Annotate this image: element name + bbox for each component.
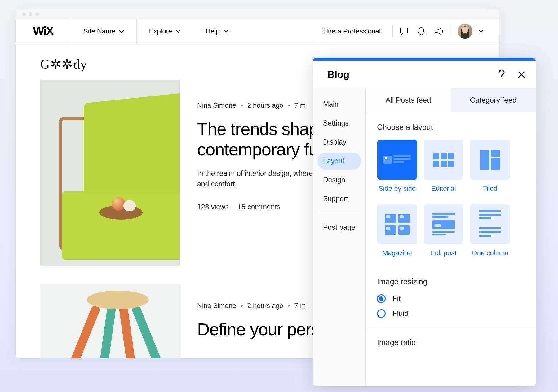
- layout-label: Side by side: [379, 185, 416, 193]
- window-chrome: [16, 9, 499, 19]
- sidebar-item-support[interactable]: Support: [318, 190, 361, 207]
- layout-label: One column: [472, 249, 509, 257]
- post-time: 2 hours ago: [247, 101, 283, 109]
- resize-heading: Image resizing: [377, 277, 525, 286]
- post-image[interactable]: [40, 284, 180, 358]
- megaphone-icon[interactable]: [430, 27, 447, 36]
- post-views: 128 views: [197, 203, 229, 211]
- sidebar-divider: [319, 213, 359, 213]
- post-author[interactable]: Nina Simone: [197, 101, 236, 109]
- post-readtime: 7 m: [294, 101, 306, 109]
- divider: [450, 25, 450, 38]
- help-icon[interactable]: [498, 70, 505, 79]
- radio-fit[interactable]: Fit: [377, 294, 525, 303]
- tab-all-posts[interactable]: All Posts feed: [366, 88, 451, 112]
- tab-category-feed[interactable]: Category feed: [451, 88, 536, 112]
- panel-title: Blog: [327, 69, 349, 80]
- post-time: 2 hours ago: [247, 302, 283, 310]
- meta-separator: •: [241, 302, 243, 310]
- panel-accent-bar: [313, 58, 536, 61]
- help-label: Help: [206, 27, 219, 35]
- feed-tabs: All Posts feed Category feed: [366, 88, 536, 112]
- post-comments[interactable]: 15 comments: [237, 203, 280, 211]
- layout-option-magazine[interactable]: Magazine: [377, 204, 417, 257]
- site-name-label: Site Name: [83, 27, 115, 35]
- layout-option-one-column[interactable]: One column: [470, 204, 510, 257]
- blog-settings-panel: Blog Main Settings Display Layout Design…: [313, 58, 536, 386]
- sidebar-item-display[interactable]: Display: [318, 134, 361, 151]
- layout-label: Full post: [431, 249, 456, 257]
- layout-heading: Choose a layout: [377, 123, 525, 132]
- layout-label: Editorial: [431, 185, 456, 193]
- layout-option-side-by-side[interactable]: Side by side: [377, 140, 417, 193]
- sidebar-item-main[interactable]: Main: [318, 96, 361, 113]
- ratio-heading: Image ratio: [377, 338, 525, 347]
- meta-separator: •: [288, 302, 290, 310]
- chevron-down-icon: [224, 30, 228, 33]
- radio-fluid[interactable]: Fluid: [377, 309, 525, 318]
- explore-menu[interactable]: Explore: [137, 19, 193, 44]
- panel-sidebar: Main Settings Display Layout Design Supp…: [313, 88, 366, 386]
- chat-icon[interactable]: [395, 27, 413, 36]
- radio-icon: [377, 294, 386, 303]
- meta-separator: •: [241, 101, 243, 109]
- chevron-down-icon: [176, 30, 181, 33]
- post-author[interactable]: Nina Simone: [197, 302, 236, 310]
- hire-professional-link[interactable]: Hire a Professional: [314, 27, 390, 35]
- help-menu[interactable]: Help: [193, 19, 241, 44]
- layout-label: Magazine: [382, 249, 412, 257]
- layout-option-full-post[interactable]: Full post: [423, 204, 464, 257]
- account-menu-chevron[interactable]: [472, 30, 490, 33]
- image-resizing-section: Image resizing Fit Fluid: [366, 268, 536, 329]
- layout-section: Choose a layout Side by side Editorial T…: [366, 112, 536, 268]
- image-ratio-section: Image ratio: [366, 329, 536, 347]
- sidebar-item-layout[interactable]: Layout: [318, 153, 361, 170]
- panel-header: Blog: [313, 61, 536, 88]
- radio-label: Fit: [392, 294, 401, 303]
- radio-label: Fluid: [392, 309, 409, 318]
- explore-label: Explore: [149, 27, 172, 35]
- post-readtime: 7 m: [294, 302, 306, 310]
- sidebar-item-post-page[interactable]: Post page: [318, 219, 361, 236]
- bell-icon[interactable]: [413, 27, 430, 36]
- site-name-menu[interactable]: Site Name: [71, 19, 137, 44]
- meta-separator: •: [288, 101, 290, 109]
- site-brand-logo[interactable]: G✲✲dy: [40, 56, 87, 72]
- layout-option-tiled[interactable]: Tiled: [470, 140, 510, 193]
- user-avatar[interactable]: [458, 24, 472, 39]
- panel-main: All Posts feed Category feed Choose a la…: [366, 88, 536, 386]
- traffic-light-dot: [35, 12, 39, 16]
- sidebar-item-settings[interactable]: Settings: [318, 115, 361, 132]
- chevron-down-icon: [119, 30, 124, 33]
- divider: [392, 25, 393, 38]
- dashboard-topbar: WiX Site Name Explore Help Hire a Profes…: [16, 19, 499, 44]
- sidebar-item-design[interactable]: Design: [318, 172, 361, 189]
- chevron-down-icon: [479, 30, 484, 33]
- layout-option-editorial[interactable]: Editorial: [423, 140, 464, 193]
- traffic-light-dot: [29, 12, 32, 16]
- radio-icon: [377, 309, 386, 318]
- post-image[interactable]: [40, 80, 180, 266]
- wix-logo[interactable]: WiX: [16, 19, 71, 44]
- layout-label: Tiled: [483, 185, 498, 193]
- traffic-light-dot: [22, 12, 26, 16]
- close-icon[interactable]: [518, 71, 525, 78]
